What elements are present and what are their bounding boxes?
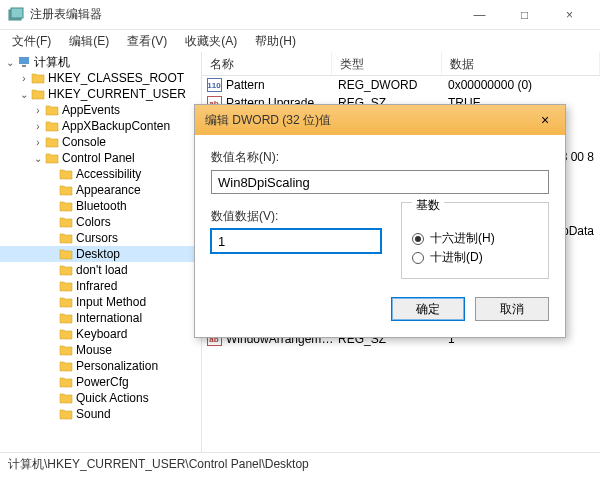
tree-item-cursors[interactable]: Cursors	[0, 230, 201, 246]
tree-label: HKEY_CURRENT_USER	[48, 87, 186, 101]
folder-icon	[58, 167, 74, 181]
dialog-close-button[interactable]: ×	[535, 112, 555, 128]
value-data-input[interactable]	[211, 229, 381, 253]
cancel-button[interactable]: 取消	[475, 297, 549, 321]
tree-label: Colors	[76, 215, 111, 229]
statusbar: 计算机\HKEY_CURRENT_USER\Control Panel\Desk…	[0, 452, 600, 474]
tree-label: PowerCfg	[76, 375, 129, 389]
dialog-title: 编辑 DWORD (32 位)值	[205, 112, 535, 129]
tree-item-accessibility[interactable]: Accessibility	[0, 166, 201, 182]
expand-icon[interactable]: ⌄	[18, 89, 30, 100]
folder-icon	[30, 71, 46, 85]
tree-item-hkey-classes-root[interactable]: ›HKEY_CLASSES_ROOT	[0, 70, 201, 86]
value-name-input[interactable]	[211, 170, 549, 194]
tree-label: Infrared	[76, 279, 117, 293]
radio-hex[interactable]: 十六进制(H)	[412, 230, 538, 247]
tree-item-keyboard[interactable]: Keyboard	[0, 326, 201, 342]
menu-edit[interactable]: 编辑(E)	[61, 31, 117, 52]
value-row[interactable]: 110PatternREG_DWORD0x00000000 (0)	[202, 76, 600, 94]
tree-item-appxbackupconten[interactable]: ›AppXBackupConten	[0, 118, 201, 134]
pc-icon	[16, 55, 32, 69]
folder-icon	[58, 247, 74, 261]
folder-icon	[44, 119, 60, 133]
menu-file[interactable]: 文件(F)	[4, 31, 59, 52]
close-button[interactable]: ×	[547, 0, 592, 30]
tree-label: Input Method	[76, 295, 146, 309]
expand-icon[interactable]: ›	[32, 121, 44, 132]
window-title: 注册表编辑器	[30, 6, 457, 23]
folder-icon	[58, 263, 74, 277]
tree-item-input-method[interactable]: Input Method	[0, 294, 201, 310]
ok-button[interactable]: 确定	[391, 297, 465, 321]
value-name-label: 数值名称(N):	[211, 149, 549, 166]
folder-icon	[58, 215, 74, 229]
svg-rect-2	[19, 57, 29, 64]
tree-item-colors[interactable]: Colors	[0, 214, 201, 230]
expand-icon[interactable]: ⌄	[32, 153, 44, 164]
folder-icon	[58, 327, 74, 341]
menu-help[interactable]: 帮助(H)	[247, 31, 304, 52]
dialog-titlebar[interactable]: 编辑 DWORD (32 位)值 ×	[195, 105, 565, 135]
tree-label: Appearance	[76, 183, 141, 197]
expand-icon[interactable]: ›	[32, 105, 44, 116]
edit-dword-dialog: 编辑 DWORD (32 位)值 × 数值名称(N): 数值数据(V): 基数 …	[194, 104, 566, 338]
tree-label: Accessibility	[76, 167, 141, 181]
expand-icon[interactable]: ⌄	[4, 57, 16, 68]
tree-item-mouse[interactable]: Mouse	[0, 342, 201, 358]
folder-icon	[44, 135, 60, 149]
radio-dec[interactable]: 十进制(D)	[412, 249, 538, 266]
folder-icon	[58, 279, 74, 293]
maximize-button[interactable]: □	[502, 0, 547, 30]
tree-label: AppEvents	[62, 103, 120, 117]
tree-item-appearance[interactable]: Appearance	[0, 182, 201, 198]
tree-label: AppXBackupConten	[62, 119, 170, 133]
menu-favorites[interactable]: 收藏夹(A)	[177, 31, 245, 52]
tree-label: Quick Actions	[76, 391, 149, 405]
folder-icon	[58, 359, 74, 373]
menu-view[interactable]: 查看(V)	[119, 31, 175, 52]
expand-icon[interactable]: ›	[18, 73, 30, 84]
minimize-button[interactable]: —	[457, 0, 502, 30]
folder-icon	[58, 311, 74, 325]
menubar: 文件(F) 编辑(E) 查看(V) 收藏夹(A) 帮助(H)	[0, 30, 600, 52]
radio-dec-dot	[412, 252, 424, 264]
tree-label: Desktop	[76, 247, 120, 261]
tree-label: 计算机	[34, 54, 70, 71]
folder-icon	[58, 295, 74, 309]
tree-item-desktop[interactable]: Desktop	[0, 246, 201, 262]
tree-item-international[interactable]: International	[0, 310, 201, 326]
tree-label: don't load	[76, 263, 128, 277]
tree-item-bluetooth[interactable]: Bluetooth	[0, 198, 201, 214]
tree-item-sound[interactable]: Sound	[0, 406, 201, 422]
base-legend: 基数	[412, 197, 444, 214]
list-header: 名称 类型 数据	[202, 52, 600, 76]
tree-view[interactable]: ⌄计算机›HKEY_CLASSES_ROOT⌄HKEY_CURRENT_USER…	[0, 52, 202, 452]
tree-item-infrared[interactable]: Infrared	[0, 278, 201, 294]
tree-item-personalization[interactable]: Personalization	[0, 358, 201, 374]
tree-item-powercfg[interactable]: PowerCfg	[0, 374, 201, 390]
tree-item-hkey-current-user[interactable]: ⌄HKEY_CURRENT_USER	[0, 86, 201, 102]
folder-icon	[58, 407, 74, 421]
window-titlebar: 注册表编辑器 — □ ×	[0, 0, 600, 30]
tree-item--[interactable]: ⌄计算机	[0, 54, 201, 70]
svg-rect-3	[22, 65, 26, 67]
tree-label: Bluetooth	[76, 199, 127, 213]
radio-dec-label: 十进制(D)	[430, 249, 483, 266]
tree-item-console[interactable]: ›Console	[0, 134, 201, 150]
tree-label: Cursors	[76, 231, 118, 245]
tree-label: Mouse	[76, 343, 112, 357]
tree-item-quick-actions[interactable]: Quick Actions	[0, 390, 201, 406]
expand-icon[interactable]: ›	[32, 137, 44, 148]
col-data[interactable]: 数据	[442, 52, 600, 75]
tree-item-control-panel[interactable]: ⌄Control Panel	[0, 150, 201, 166]
folder-icon	[44, 151, 60, 165]
value-data-label: 数值数据(V):	[211, 208, 381, 225]
tree-item-appevents[interactable]: ›AppEvents	[0, 102, 201, 118]
tree-label: Personalization	[76, 359, 158, 373]
col-name[interactable]: 名称	[202, 52, 332, 75]
col-type[interactable]: 类型	[332, 52, 442, 75]
tree-label: Control Panel	[62, 151, 135, 165]
tree-item-don-t-load[interactable]: don't load	[0, 262, 201, 278]
svg-rect-1	[11, 8, 23, 18]
value-name: Pattern	[226, 78, 338, 92]
